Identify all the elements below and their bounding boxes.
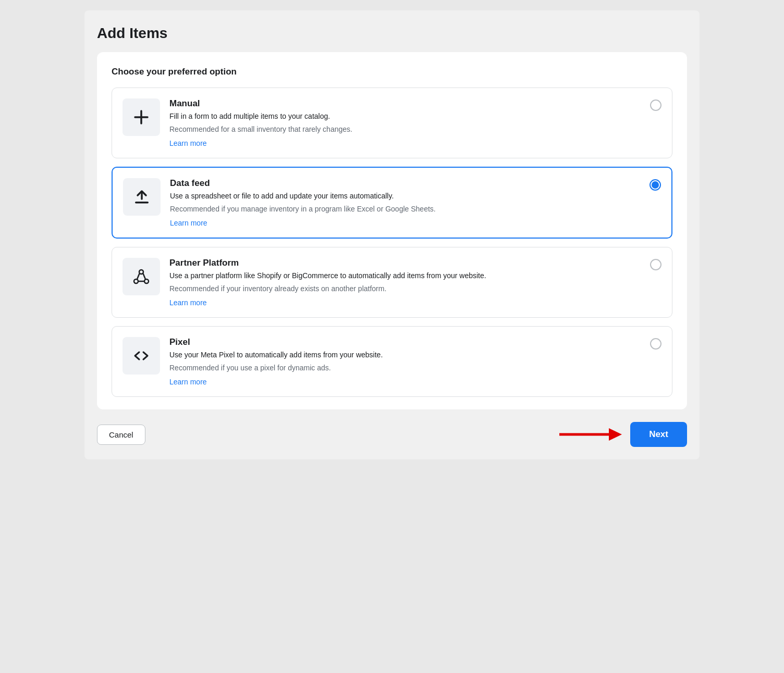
manual-icon-box <box>123 98 160 136</box>
triangle-icon <box>132 267 151 286</box>
data-feed-title: Data feed <box>170 178 640 189</box>
data-feed-desc: Use a spreadsheet or file to add and upd… <box>170 191 640 202</box>
upload-icon <box>132 188 151 206</box>
next-button[interactable]: Next <box>630 422 687 447</box>
pixel-content: Pixel Use your Meta Pixel to automatical… <box>169 337 641 386</box>
data-feed-rec: Recommended if you manage inventory in a… <box>170 204 640 215</box>
pixel-rec: Recommended if you use a pixel for dynam… <box>169 363 641 373</box>
option-partner-platform[interactable]: Partner Platform Use a partner platform … <box>112 247 672 318</box>
partner-platform-icon-box <box>123 258 160 295</box>
partner-platform-rec: Recommended if your inventory already ex… <box>169 283 641 294</box>
svg-point-4 <box>134 279 138 283</box>
partner-platform-content: Partner Platform Use a partner platform … <box>169 258 641 307</box>
code-icon <box>132 346 151 365</box>
main-container: Add Items Choose your preferred option M… <box>84 10 700 459</box>
option-list: Manual Fill in a form to add multiple it… <box>112 88 672 397</box>
option-pixel[interactable]: Pixel Use your Meta Pixel to automatical… <box>112 326 672 397</box>
svg-point-3 <box>139 270 143 274</box>
svg-point-5 <box>144 279 149 283</box>
svg-line-7 <box>143 273 146 279</box>
footer-right: Next <box>559 422 687 447</box>
manual-rec: Recommended for a small inventory that r… <box>169 124 641 135</box>
data-feed-icon-box <box>123 178 161 216</box>
svg-line-6 <box>137 273 140 279</box>
manual-learn-more[interactable]: Learn more <box>169 139 641 147</box>
option-manual[interactable]: Manual Fill in a form to add multiple it… <box>112 88 672 158</box>
pixel-radio[interactable] <box>650 338 662 350</box>
footer: Cancel Next <box>97 422 687 447</box>
pixel-learn-more[interactable]: Learn more <box>169 378 641 386</box>
partner-platform-desc: Use a partner platform like Shopify or B… <box>169 270 641 281</box>
data-feed-learn-more[interactable]: Learn more <box>170 219 640 227</box>
red-arrow-annotation <box>559 424 622 445</box>
data-feed-radio[interactable] <box>650 179 661 191</box>
manual-desc: Fill in a form to add multiple items to … <box>169 111 641 122</box>
plus-icon <box>132 108 151 127</box>
partner-platform-title: Partner Platform <box>169 258 641 268</box>
manual-radio[interactable] <box>650 99 662 111</box>
pixel-desc: Use your Meta Pixel to automatically add… <box>169 350 641 360</box>
option-data-feed[interactable]: Data feed Use a spreadsheet or file to a… <box>112 167 672 239</box>
svg-rect-2 <box>135 202 149 204</box>
partner-platform-radio[interactable] <box>650 259 662 270</box>
manual-content: Manual Fill in a form to add multiple it… <box>169 98 641 147</box>
card: Choose your preferred option Manual Fill… <box>97 52 687 409</box>
svg-marker-10 <box>609 428 622 441</box>
card-subtitle: Choose your preferred option <box>112 67 672 77</box>
pixel-icon-box <box>123 337 160 375</box>
pixel-title: Pixel <box>169 337 641 347</box>
cancel-button[interactable]: Cancel <box>97 425 145 445</box>
data-feed-content: Data feed Use a spreadsheet or file to a… <box>170 178 640 227</box>
partner-platform-learn-more[interactable]: Learn more <box>169 298 641 307</box>
manual-title: Manual <box>169 98 641 109</box>
page-title: Add Items <box>97 25 687 42</box>
